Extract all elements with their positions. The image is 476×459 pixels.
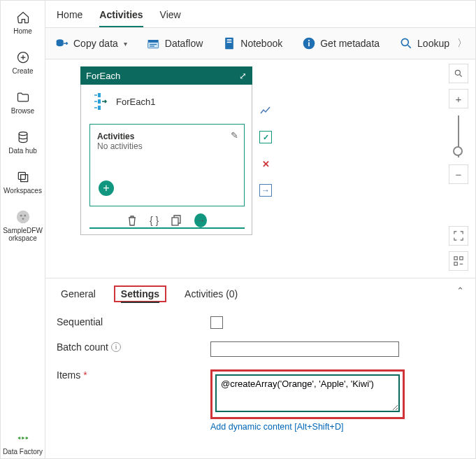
- auto-align-button[interactable]: [449, 251, 468, 271]
- svg-point-4: [20, 215, 22, 217]
- svg-rect-16: [308, 42, 310, 46]
- zoom-slider[interactable]: [458, 115, 459, 157]
- rail-create[interactable]: Create: [2, 46, 44, 78]
- foreach-activity[interactable]: ForEach ⤢ ForEach1 Activities No activit…: [80, 66, 252, 235]
- add-activity-button[interactable]: +: [99, 181, 114, 196]
- toolbar-scroll-right[interactable]: 〉: [453, 33, 471, 54]
- panel-tab-activities[interactable]: Activities (0): [180, 285, 242, 302]
- failure-handle-icon[interactable]: ✕: [259, 157, 272, 170]
- canvas-view-controls: [449, 226, 468, 271]
- notebook-button[interactable]: Notebook: [221, 34, 284, 53]
- notebook-icon: [222, 36, 236, 50]
- code-icon[interactable]: { }: [150, 213, 159, 227]
- foreach-activities-box[interactable]: Activities No activities ✎ +: [89, 124, 245, 206]
- edit-icon[interactable]: ✎: [231, 130, 238, 141]
- items-highlight-box: [210, 369, 405, 419]
- fit-to-screen-button[interactable]: [449, 226, 468, 246]
- svg-rect-11: [150, 45, 154, 46]
- add-dynamic-content-link[interactable]: Add dynamic content [Alt+Shift+D]: [210, 422, 405, 432]
- copy-data-icon: [55, 36, 69, 50]
- svg-rect-14: [227, 42, 232, 43]
- required-indicator: *: [83, 369, 87, 381]
- rail-browse[interactable]: Browse: [2, 86, 44, 118]
- zoom-out-button[interactable]: −: [449, 164, 468, 184]
- svg-point-23: [455, 70, 460, 75]
- workspace-icon: [15, 209, 31, 225]
- svg-point-17: [308, 40, 310, 41]
- svg-rect-8: [147, 42, 158, 48]
- datahub-icon: [15, 129, 31, 146]
- rail-sample-workspace[interactable]: SampleDFW orkspace: [2, 206, 44, 245]
- items-label: Items *: [57, 369, 210, 381]
- datafactory-icon: [15, 430, 31, 446]
- delete-icon[interactable]: [127, 213, 137, 227]
- sequential-row: Sequential: [57, 316, 464, 329]
- chevron-down-icon: ▾: [124, 40, 127, 48]
- foreach-header[interactable]: ForEach ⤢: [80, 66, 252, 85]
- svg-rect-10: [150, 44, 157, 45]
- sequential-checkbox[interactable]: [210, 316, 223, 329]
- lookup-label: Lookup: [417, 38, 449, 49]
- svg-point-18: [401, 38, 408, 45]
- panel-tabs: General Settings Activities (0): [57, 285, 464, 302]
- copy-data-button[interactable]: Copy data ▾: [54, 34, 129, 53]
- rail-datahub-label: Data hub: [8, 147, 37, 155]
- panel-tab-settings[interactable]: Settings: [114, 285, 166, 302]
- pipeline-canvas[interactable]: ForEach ⤢ ForEach1 Activities No activit…: [45, 59, 475, 278]
- foreach-body: ForEach1 Activities No activities ✎ + { …: [80, 85, 252, 235]
- svg-rect-19: [98, 93, 101, 97]
- rail-df-label: Data Factory: [3, 448, 43, 456]
- getmetadata-label: Get metadata: [320, 38, 380, 49]
- metrics-icon[interactable]: [259, 104, 272, 117]
- svg-point-1: [19, 132, 27, 136]
- svg-rect-9: [147, 40, 158, 42]
- svg-rect-2: [18, 172, 25, 179]
- canvas-search-button[interactable]: [449, 64, 468, 83]
- tab-activities[interactable]: Activities: [99, 6, 143, 27]
- svg-rect-22: [172, 218, 178, 225]
- completion-handle-icon[interactable]: →: [259, 184, 272, 197]
- batch-count-input[interactable]: [210, 341, 399, 357]
- get-metadata-button[interactable]: Get metadata: [301, 34, 381, 53]
- folder-icon: [15, 89, 31, 106]
- rail-browse-label: Browse: [11, 107, 34, 115]
- svg-rect-25: [460, 257, 463, 260]
- plus-circle-icon: [15, 49, 31, 66]
- left-nav-rail: Home Create Browse Data hub Workspaces S…: [1, 1, 45, 458]
- tab-view[interactable]: View: [160, 6, 181, 27]
- panel-tab-general[interactable]: General: [57, 285, 100, 302]
- svg-rect-26: [454, 262, 457, 265]
- svg-rect-21: [98, 106, 101, 110]
- rail-create-label: Create: [12, 67, 33, 75]
- batch-count-row: Batch count i: [57, 341, 464, 357]
- rail-datafactory[interactable]: Data Factory: [2, 427, 44, 458]
- rail-datahub[interactable]: Data hub: [2, 126, 44, 157]
- items-textarea[interactable]: [215, 374, 400, 412]
- tab-home[interactable]: Home: [57, 6, 82, 27]
- clone-icon[interactable]: [171, 213, 182, 227]
- run-icon[interactable]: →: [194, 213, 207, 227]
- foreach-name: ForEach1: [116, 97, 155, 107]
- activities-subtitle: No activities: [97, 141, 237, 151]
- expand-icon[interactable]: ⤢: [239, 71, 247, 81]
- svg-rect-13: [227, 39, 232, 41]
- zoom-in-button[interactable]: +: [449, 89, 468, 108]
- top-tabs: Home Activities View: [45, 1, 475, 28]
- zoom-thumb[interactable]: [453, 146, 463, 156]
- info-icon[interactable]: i: [111, 342, 121, 352]
- rail-workspaces[interactable]: Workspaces: [2, 166, 44, 197]
- rail-home[interactable]: Home: [2, 6, 44, 38]
- panel-collapse-icon[interactable]: ⌃: [456, 285, 464, 296]
- activities-title: Activities: [97, 132, 237, 141]
- lookup-button[interactable]: Lookup: [398, 34, 451, 53]
- search-icon: [399, 36, 413, 50]
- svg-rect-24: [454, 257, 457, 260]
- properties-panel: General Settings Activities (0) ⌃ Sequen…: [45, 278, 475, 458]
- rail-sample-label: SampleDFW orkspace: [3, 227, 43, 242]
- svg-point-5: [24, 215, 26, 217]
- svg-point-6: [22, 218, 24, 220]
- dataflow-button[interactable]: Dataflow: [145, 34, 204, 53]
- success-handle-icon[interactable]: ✓: [259, 131, 272, 143]
- activity-action-bar: { } →: [89, 209, 245, 229]
- dataflow-label: Dataflow: [165, 38, 203, 49]
